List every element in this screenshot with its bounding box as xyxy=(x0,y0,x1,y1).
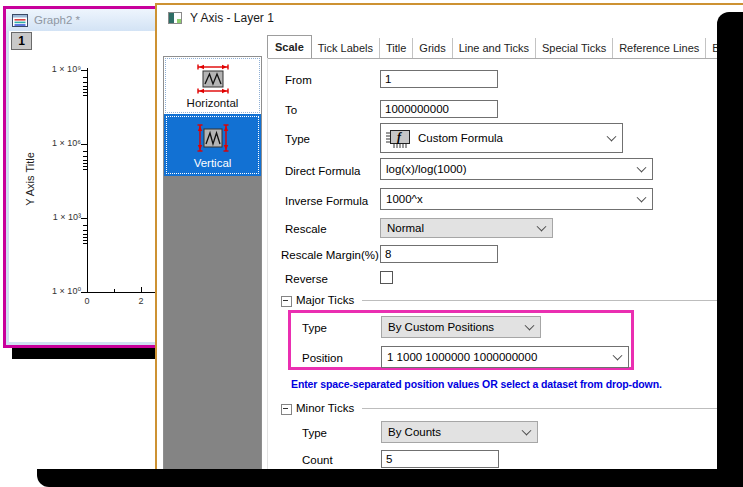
y-minor-tick xyxy=(83,95,87,96)
minor-tick-type-value: By Counts xyxy=(388,426,441,438)
y-minor-tick xyxy=(83,166,87,167)
minor-tick-count-label: Count xyxy=(302,454,333,466)
scale-type-dropdown[interactable]: f Custom Formula xyxy=(380,123,623,153)
inverse-formula-combo[interactable]: 1000^x xyxy=(380,188,653,210)
y-major-tick xyxy=(81,144,87,145)
y-axis-line xyxy=(87,68,88,293)
vertical-axis-icon xyxy=(190,121,236,155)
chevron-down-icon xyxy=(637,163,647,173)
y-tick-label: 1 × 10⁰ xyxy=(21,286,81,296)
rescale-value: Normal xyxy=(387,222,424,234)
chevron-down-icon xyxy=(613,351,623,361)
x-minor-tick xyxy=(114,289,115,292)
major-tick-position-combo[interactable]: 1 1000 1000000 1000000000 xyxy=(381,346,629,368)
y-minor-tick xyxy=(83,237,87,238)
y-minor-tick xyxy=(83,86,87,87)
y-minor-tick xyxy=(83,160,87,161)
graph-window-shadow xyxy=(12,348,155,359)
rescale-label: Rescale xyxy=(285,223,327,235)
graph-page: 1 xyxy=(9,31,162,342)
tab-scale[interactable]: Scale xyxy=(267,35,312,59)
dialog-title: Y Axis - Layer 1 xyxy=(190,11,274,25)
minor-ticks-group-label: Minor Ticks xyxy=(296,402,354,414)
graph-window-titlebar[interactable]: Graph2 * xyxy=(6,9,165,31)
group-rule xyxy=(362,408,743,409)
major-tick-type-dropdown[interactable]: By Custom Positions xyxy=(381,316,541,338)
minor-ticks-collapse-toggle[interactable] xyxy=(281,404,292,415)
formula-icon: f xyxy=(386,128,413,149)
direct-formula-value: log(x)/log(1000) xyxy=(386,163,467,175)
tab-strip: Scale Tick Labels Title Grids Line and T… xyxy=(267,33,743,59)
major-tick-type-value: By Custom Positions xyxy=(388,321,494,333)
tab-tick-labels[interactable]: Tick Labels xyxy=(312,38,380,58)
y-major-tick xyxy=(81,218,87,219)
chevron-down-icon xyxy=(607,132,617,142)
graph-window: Graph2 * 1 xyxy=(3,6,168,348)
y-minor-tick xyxy=(83,169,87,170)
major-tick-position-label: Position xyxy=(302,352,343,364)
tab-reference-lines[interactable]: Reference Lines xyxy=(613,38,706,58)
group-rule xyxy=(362,300,743,301)
position-hint-text: Enter space-separated position values OR… xyxy=(291,378,731,390)
inverse-formula-value: 1000^x xyxy=(386,193,423,205)
y-minor-tick xyxy=(83,230,87,231)
x-major-tick xyxy=(141,287,142,292)
graph-window-icon xyxy=(12,14,28,27)
y-minor-tick xyxy=(83,156,87,157)
chevron-down-icon xyxy=(537,222,547,232)
tab-page-edge xyxy=(267,58,268,470)
inverse-formula-label: Inverse Formula xyxy=(285,195,368,207)
axis-dialog: Y Axis - Layer 1 Scale Tick Labels Title… xyxy=(155,3,743,470)
screenshot-shadow-right xyxy=(717,12,743,487)
direct-formula-label: Direct Formula xyxy=(285,165,360,177)
y-minor-tick xyxy=(83,225,87,226)
y-minor-tick xyxy=(83,163,87,164)
type-label: Type xyxy=(285,133,310,145)
axis-selector-panel: Horizontal Vertical xyxy=(163,56,262,470)
y-minor-tick xyxy=(83,82,87,83)
chevron-down-icon xyxy=(637,193,647,203)
x-axis-line xyxy=(87,292,162,293)
from-input[interactable] xyxy=(380,70,498,88)
y-minor-tick xyxy=(83,92,87,93)
direct-formula-combo[interactable]: log(x)/log(1000) xyxy=(380,158,653,180)
rescale-dropdown[interactable]: Normal xyxy=(380,218,553,238)
y-minor-tick xyxy=(83,77,87,78)
minor-tick-count-input[interactable] xyxy=(381,450,499,468)
screen: Graph2 * 1 xyxy=(0,0,743,487)
rescale-margin-label: Rescale Margin(%) xyxy=(281,249,379,261)
major-ticks-group-label: Major Ticks xyxy=(296,294,354,306)
x-tick-label: 2 xyxy=(131,296,151,306)
x-tick-label: 0 xyxy=(77,296,97,306)
y-minor-tick xyxy=(83,243,87,244)
tab-grids[interactable]: Grids xyxy=(413,38,452,58)
to-label: To xyxy=(285,104,297,116)
tab-line-and-ticks[interactable]: Line and Ticks xyxy=(453,38,536,58)
major-tick-type-label: Type xyxy=(302,322,327,334)
reverse-checkbox[interactable] xyxy=(380,271,393,284)
y-major-tick xyxy=(81,70,87,71)
y-axis-title: Y Axis Title xyxy=(24,109,38,249)
sidebar-item-vertical[interactable]: Vertical xyxy=(164,114,261,176)
to-input[interactable] xyxy=(380,100,498,118)
y-tick-label: 1 × 10⁹ xyxy=(21,64,81,74)
horizontal-axis-icon xyxy=(190,63,236,95)
graph-window-title: Graph2 * xyxy=(34,14,80,26)
scale-type-value: Custom Formula xyxy=(418,132,503,144)
tab-title[interactable]: Title xyxy=(380,38,413,58)
y-minor-tick xyxy=(83,89,87,90)
sidebar-label-horizontal: Horizontal xyxy=(187,97,239,109)
dialog-titlebar[interactable]: Y Axis - Layer 1 xyxy=(157,5,743,31)
reverse-label: Reverse xyxy=(285,273,328,285)
tab-special-ticks[interactable]: Special Ticks xyxy=(536,38,613,58)
minor-tick-type-dropdown[interactable]: By Counts xyxy=(381,421,538,443)
major-ticks-collapse-toggle[interactable] xyxy=(281,296,292,307)
layer-badge[interactable]: 1 xyxy=(11,32,32,50)
rescale-margin-input[interactable] xyxy=(380,245,498,263)
sidebar-label-vertical: Vertical xyxy=(194,157,232,169)
major-tick-position-value: 1 1000 1000000 1000000000 xyxy=(387,351,537,363)
y-minor-tick xyxy=(83,240,87,241)
sidebar-item-horizontal[interactable]: Horizontal xyxy=(164,57,261,114)
y-minor-tick xyxy=(83,234,87,235)
minor-tick-type-label: Type xyxy=(302,427,327,439)
